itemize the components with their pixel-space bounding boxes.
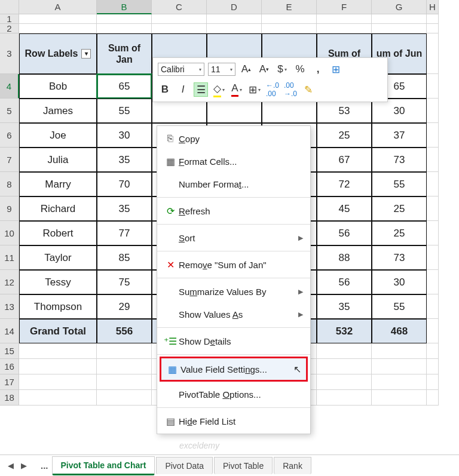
pivot-value[interactable]: 72: [317, 172, 372, 196]
pivot-grand-total[interactable]: 468: [372, 319, 427, 343]
pivot-value-selected[interactable]: 65: [97, 74, 152, 99]
pivot-value[interactable]: 55: [97, 99, 152, 123]
row-header-9[interactable]: 9: [0, 196, 19, 221]
menu-refresh[interactable]: ⟳ Refresh: [157, 199, 310, 222]
fill-color-icon[interactable]: ◇▾: [212, 82, 226, 97]
decrease-decimal-icon[interactable]: .00→.0: [283, 82, 298, 97]
cell[interactable]: [427, 14, 439, 24]
cell[interactable]: [427, 148, 439, 172]
format-painter-icon[interactable]: ✎: [301, 82, 316, 97]
cell[interactable]: [317, 390, 372, 406]
cell[interactable]: [372, 14, 427, 24]
pivot-row-label[interactable]: Bob: [19, 74, 97, 99]
cell[interactable]: [372, 390, 427, 406]
cell[interactable]: [97, 343, 152, 359]
col-header-G[interactable]: G: [372, 0, 427, 14]
menu-summarize[interactable]: Summarize Values By ▶: [157, 280, 310, 303]
cell[interactable]: [427, 196, 439, 221]
tab-nav-prev-icon[interactable]: ◀: [5, 460, 17, 472]
pivot-value[interactable]: 77: [97, 221, 152, 245]
pivot-value[interactable]: 55: [372, 172, 427, 196]
menu-remove[interactable]: ✕ Remove "Sum of Jan": [157, 253, 310, 276]
pivot-row-label[interactable]: Richard: [19, 196, 97, 221]
pivot-value[interactable]: 70: [97, 172, 152, 196]
cell[interactable]: [262, 24, 317, 33]
row-labels-dropdown-icon[interactable]: ▾: [81, 49, 91, 59]
accounting-format-icon[interactable]: $▾: [275, 62, 289, 76]
pivot-value[interactable]: 85: [97, 245, 152, 270]
pivot-value[interactable]: 25: [372, 221, 427, 245]
sheet-tab-active[interactable]: Pivot Table and Chart: [52, 456, 155, 475]
cell[interactable]: [152, 14, 207, 24]
cell[interactable]: [372, 343, 427, 359]
cell[interactable]: [427, 221, 439, 245]
cell[interactable]: [427, 270, 439, 294]
pivot-value[interactable]: 35: [317, 294, 372, 319]
row-header-17[interactable]: 17: [0, 374, 19, 390]
select-all-corner[interactable]: [0, 0, 19, 14]
cell[interactable]: [427, 172, 439, 196]
pivot-value[interactable]: [207, 99, 262, 123]
cell[interactable]: [427, 99, 439, 123]
pivot-row-label[interactable]: Thompson: [19, 294, 97, 319]
cell[interactable]: [427, 374, 439, 390]
row-header-3[interactable]: 3: [0, 33, 19, 74]
pivot-row-labels-header[interactable]: Row Labels ▾: [19, 33, 97, 74]
cell[interactable]: [427, 343, 439, 359]
pivot-value[interactable]: 45: [317, 196, 372, 221]
pivot-value[interactable]: 56: [317, 270, 372, 294]
bold-icon[interactable]: B: [158, 82, 172, 97]
increase-font-icon[interactable]: A▴: [239, 62, 253, 76]
col-header-E[interactable]: E: [262, 0, 317, 14]
pivot-value[interactable]: 55: [372, 294, 427, 319]
comma-format-icon[interactable]: ,: [311, 62, 325, 76]
row-header-18[interactable]: 18: [0, 390, 19, 406]
cell[interactable]: [19, 14, 97, 24]
italic-icon[interactable]: I: [176, 82, 190, 97]
merge-center-icon[interactable]: ⊞: [329, 62, 343, 76]
cell[interactable]: [427, 123, 439, 148]
cell[interactable]: [19, 390, 97, 406]
menu-value-field-settings[interactable]: ▦ Value Field Settings... ↖: [160, 357, 308, 382]
pivot-row-label[interactable]: Marry: [19, 172, 97, 196]
pivot-grand-total-label[interactable]: Grand Total: [19, 319, 97, 343]
cell[interactable]: [97, 359, 152, 374]
col-header-H[interactable]: H: [427, 0, 439, 14]
pivot-row-label[interactable]: Robert: [19, 221, 97, 245]
pivot-value[interactable]: 75: [97, 270, 152, 294]
cell[interactable]: [152, 24, 207, 33]
pivot-grand-total[interactable]: 556: [97, 319, 152, 343]
row-header-13[interactable]: 13: [0, 294, 19, 319]
cell[interactable]: [207, 14, 262, 24]
cell[interactable]: [427, 319, 439, 343]
pivot-value[interactable]: 35: [97, 148, 152, 172]
menu-show-details[interactable]: ⁺☰ Show Details: [157, 330, 310, 352]
tab-ellipsis[interactable]: ...: [37, 460, 52, 471]
row-header-15[interactable]: 15: [0, 343, 19, 359]
sheet-tab[interactable]: Rank: [274, 457, 311, 474]
pivot-value[interactable]: 73: [372, 148, 427, 172]
cell[interactable]: [317, 374, 372, 390]
row-header-16[interactable]: 16: [0, 359, 19, 374]
col-header-C[interactable]: C: [152, 0, 207, 14]
col-header-B[interactable]: B: [97, 0, 152, 14]
pivot-row-label[interactable]: James: [19, 99, 97, 123]
pivot-value[interactable]: 30: [372, 99, 427, 123]
cell[interactable]: [427, 245, 439, 270]
pivot-row-label[interactable]: Joe: [19, 123, 97, 148]
pivot-row-label[interactable]: Taylor: [19, 245, 97, 270]
pivot-grand-total[interactable]: 532: [317, 319, 372, 343]
pivot-value[interactable]: 53: [317, 99, 372, 123]
increase-decimal-icon[interactable]: ←.0.00: [265, 82, 280, 97]
menu-format-cells[interactable]: ▦ Format Cells...: [157, 150, 310, 173]
pivot-value[interactable]: 37: [372, 123, 427, 148]
cell[interactable]: [372, 359, 427, 374]
menu-sort[interactable]: Sort ▶: [157, 226, 310, 249]
sheet-tab[interactable]: Pivot Table: [214, 457, 273, 474]
menu-show-values[interactable]: Show Values As ▶: [157, 303, 310, 325]
pivot-value[interactable]: 30: [372, 270, 427, 294]
cell[interactable]: [427, 390, 439, 406]
row-header-12[interactable]: 12: [0, 270, 19, 294]
cell[interactable]: [372, 374, 427, 390]
menu-copy[interactable]: ⎘ Copy: [157, 127, 310, 150]
